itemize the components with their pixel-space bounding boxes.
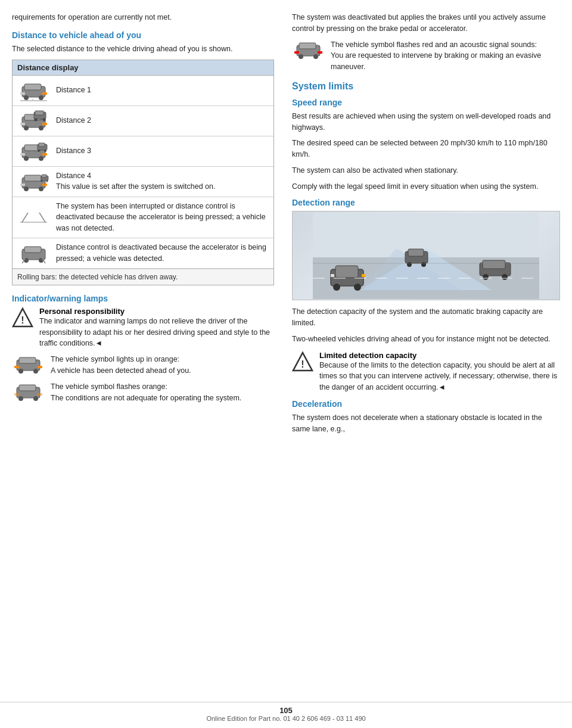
distance-3-label: Distance 3 <box>56 145 91 157</box>
limited-detection-heading: Limited detection capacity <box>319 351 416 360</box>
detection-range-heading: Detection range <box>292 198 560 207</box>
detection-p2: Two-wheeled vehicles driving ahead of yo… <box>292 334 560 345</box>
distance-row-deactivated: Distance control is deactivated because … <box>13 238 273 269</box>
deceleration-subsection: Deceleration The system does not deceler… <box>292 399 560 435</box>
indicator-heading: Indicator/warning lamps <box>12 294 274 303</box>
limited-detection-body: Because of the limits to the detection c… <box>319 361 557 392</box>
svg-point-80 <box>407 262 412 267</box>
vehicle-symbol-red-text: The vehicle symbol flashes red and an ac… <box>331 39 560 73</box>
lamp-row-1: The vehicle symbol lights up in orange: … <box>12 354 274 377</box>
page-footer: 105 Online Edition for Part no. 01 40 2 … <box>0 702 572 722</box>
lamp-car-icon-2 <box>12 381 45 404</box>
system-limits-section: System limits Speed range Best results a… <box>292 81 560 435</box>
car-icon-deactivated <box>17 242 50 265</box>
svg-point-2 <box>24 95 29 100</box>
svg-text:!: ! <box>21 315 24 325</box>
svg-rect-35 <box>42 175 46 178</box>
svg-point-84 <box>483 274 489 280</box>
lamp-row-2: The vehicle symbol flashes orange: The c… <box>12 381 274 404</box>
detection-range-image <box>292 211 560 300</box>
page-number: 105 <box>279 706 293 715</box>
distance-description: The selected distance to the vehicle dri… <box>12 43 274 55</box>
personal-responsibility-text: Personal responsibility The indicator an… <box>39 307 274 349</box>
distance-interrupted-text: The system has been interrupted or dista… <box>56 201 269 234</box>
speed-range-p4: Comply with the legal speed limit in eve… <box>292 181 560 192</box>
distance-row-interrupted: The system has been interrupted or dista… <box>13 197 273 238</box>
distance-2-label: Distance 2 <box>56 115 91 126</box>
warning-triangle-icon: ! <box>12 307 33 328</box>
svg-text:!: ! <box>301 359 304 369</box>
svg-point-81 <box>421 262 426 267</box>
svg-point-64 <box>313 54 318 59</box>
speed-range-subsection: Speed range Best results are achieved wh… <box>292 98 560 192</box>
distance-row-1: Distance 1 <box>13 76 273 106</box>
svg-rect-76 <box>362 274 365 277</box>
distance-table: Distance display <box>12 60 274 285</box>
svg-rect-54 <box>38 366 42 368</box>
svg-point-10 <box>24 126 29 130</box>
svg-rect-12 <box>20 123 25 125</box>
lamp-sub-2: The conditions are not adequate for oper… <box>51 394 241 402</box>
speed-range-heading: Speed range <box>292 98 560 107</box>
right-column: The system was deactivated but applies t… <box>286 12 560 704</box>
distance-4-text: Distance 4 This value is set after the s… <box>56 170 215 193</box>
limited-detection-text: Limited detection capacity Because of th… <box>319 351 560 393</box>
triangle-svg: ! <box>12 307 33 328</box>
personal-responsibility-block: ! Personal responsibility The indicator … <box>12 307 274 349</box>
svg-line-39 <box>22 213 28 222</box>
distance-row-3: Distance 3 <box>13 136 273 167</box>
svg-line-40 <box>39 213 45 222</box>
intro-text: requirements for operation are currently… <box>12 12 274 23</box>
svg-rect-15 <box>35 111 43 115</box>
limited-triangle-svg: ! <box>292 351 313 372</box>
svg-point-11 <box>39 126 43 130</box>
distance-4-extra: This value is set after the system is sw… <box>56 182 215 191</box>
svg-rect-42 <box>24 247 41 253</box>
lamp-main-2: The vehicle symbol flashes orange: <box>51 382 167 391</box>
warning-heading: Personal responsibility <box>39 307 125 316</box>
speed-range-p3: The system can also be activated when st… <box>292 165 560 176</box>
page-container: requirements for operation are currently… <box>0 0 572 728</box>
svg-point-52 <box>33 369 38 374</box>
right-intro: The system was deactivated but applies t… <box>292 12 560 35</box>
car-icon-1 <box>17 79 50 102</box>
svg-rect-53 <box>14 366 19 368</box>
vehicle-symbol-red-block: The vehicle symbol flashes red and an ac… <box>292 39 560 73</box>
svg-rect-1 <box>24 84 41 90</box>
svg-rect-73 <box>335 266 358 278</box>
svg-point-36 <box>41 180 43 182</box>
rolling-bars-row: Rolling bars: the detected vehicle has d… <box>13 269 273 285</box>
lamp-text-1: The vehicle symbol lights up in orange: … <box>51 354 191 377</box>
lamp-sub-1: A vehicle has been detected ahead of you… <box>51 366 191 375</box>
svg-point-31 <box>39 186 43 191</box>
svg-rect-5 <box>42 92 47 95</box>
car-icon-4 <box>17 170 50 193</box>
vehicle-red-sub: You are requested to intervene by brakin… <box>331 51 541 71</box>
system-limits-heading: System limits <box>292 81 560 92</box>
car-icon-red <box>292 39 325 62</box>
lamp-car-icon-1 <box>12 354 45 377</box>
speed-range-p1: Best results are achieved when using the… <box>292 111 560 133</box>
svg-rect-4 <box>20 92 25 95</box>
svg-point-20 <box>24 156 29 161</box>
svg-point-17 <box>43 118 46 121</box>
limited-detection-icon: ! <box>292 351 313 372</box>
svg-rect-60 <box>38 393 42 396</box>
main-content: requirements for operation are currently… <box>0 0 572 728</box>
svg-point-57 <box>18 396 23 401</box>
svg-rect-77 <box>331 274 334 277</box>
distance-section: Distance to vehicle ahead of you The sel… <box>12 30 274 285</box>
distance-deactivated-text: Distance control is deactivated because … <box>56 242 269 265</box>
distance-heading: Distance to vehicle ahead of you <box>12 30 274 40</box>
lamp-main-1: The vehicle symbol lights up in orange: <box>51 355 179 363</box>
svg-rect-22 <box>20 153 25 155</box>
svg-rect-83 <box>483 260 505 269</box>
left-column: requirements for operation are currently… <box>12 12 286 704</box>
svg-point-26 <box>38 150 40 152</box>
svg-rect-50 <box>19 357 36 363</box>
warning-body: The indicator and warning lamps do not r… <box>39 317 270 348</box>
distance-4-label: Distance 4 <box>56 172 91 180</box>
svg-rect-33 <box>42 183 47 186</box>
svg-rect-65 <box>294 51 299 54</box>
svg-point-63 <box>299 54 303 59</box>
